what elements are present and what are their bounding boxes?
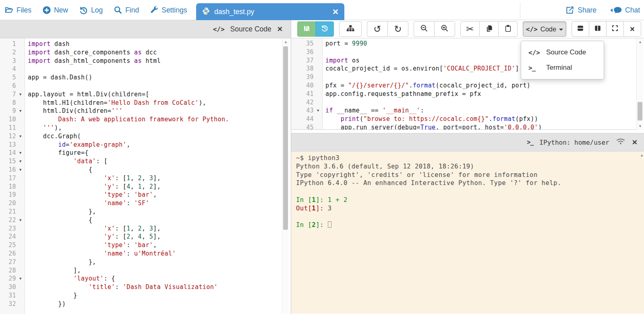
scroll-up-icon[interactable]: ▲ (638, 152, 644, 158)
terminal-scrollbar[interactable]: ▲ (638, 152, 644, 314)
code-line[interactable]: 23 'x': [1, 2, 3], (0, 225, 291, 233)
code-text (25, 65, 28, 73)
code-line[interactable]: 42 (291, 98, 644, 107)
code-line[interactable]: 8 html.H1(children='Hello Dash from CoCa… (0, 99, 291, 107)
code-line[interactable]: 6 (0, 82, 291, 90)
terminal-close-icon[interactable]: ✕ (632, 138, 638, 147)
redo-button[interactable]: ↻ (387, 21, 408, 37)
fullscreen-button[interactable] (606, 21, 624, 37)
code-line[interactable]: 19 'type': 'bar', (0, 191, 291, 199)
code-line[interactable]: 16▼ { (0, 166, 291, 174)
code-line[interactable]: 41app.config.requests_pathname_prefix = … (291, 90, 644, 98)
right-editor-scrollbar[interactable]: ▲ ▼ (636, 38, 643, 130)
find-button[interactable]: Find (114, 6, 139, 15)
fold-arrow-icon[interactable]: ▼ (16, 216, 25, 225)
scroll-down-icon[interactable]: ▼ (637, 123, 644, 129)
tab-close-icon[interactable]: ✕ (332, 7, 339, 17)
files-button[interactable]: Files (4, 6, 31, 15)
fold-arrow-icon (16, 57, 25, 65)
code-line[interactable]: 13 id='example-graph', (0, 141, 291, 149)
paste-button[interactable] (498, 21, 518, 37)
fold-arrow-icon[interactable]: ▼ (16, 274, 25, 283)
zoom-out-button[interactable] (414, 21, 435, 37)
line-gutter: 24 (0, 233, 25, 241)
fold-arrow-icon[interactable]: ▼ (314, 106, 323, 115)
copy-button[interactable] (479, 21, 499, 37)
undo-button[interactable]: ↺ (367, 21, 388, 37)
code-line[interactable]: 10 Dash: A web application framework for… (0, 115, 291, 124)
source-editor-left[interactable]: 1import dash2import dash_core_components… (0, 38, 291, 314)
code-line[interactable]: 22▼ { (0, 216, 291, 225)
fold-arrow-icon[interactable]: ▼ (16, 166, 25, 174)
code-line[interactable]: 43▼if __name__ == '__main__': (291, 106, 644, 115)
terminal-header: >_ IPython: home/user ✕ (291, 133, 644, 152)
scroll-up-icon[interactable]: ▲ (282, 39, 289, 45)
code-line[interactable]: 25 'type': 'bar', (0, 241, 291, 250)
code-line[interactable]: 29▼ 'layout': { (0, 274, 291, 283)
scrollbar-thumb[interactable] (638, 102, 642, 121)
code-line[interactable]: 27 }, (0, 258, 291, 266)
code-line[interactable]: 28 ], (0, 266, 291, 275)
fold-arrow-icon (16, 48, 25, 57)
settings-button[interactable]: Settings (150, 6, 187, 15)
code-line[interactable]: 3import dash_html_components as html (0, 57, 291, 65)
code-line[interactable]: 5app = dash.Dash() (0, 73, 291, 82)
line-number: 40 (291, 81, 314, 90)
save-button[interactable] (297, 21, 316, 37)
code-line[interactable]: 21 }, (0, 208, 291, 216)
timetravel-button[interactable] (315, 21, 334, 37)
code-line[interactable]: 9▼ html.Div(children=''' (0, 107, 291, 115)
code-line[interactable]: 4 (0, 65, 291, 73)
code-line[interactable]: 40pfx = "/{}/server/{}/".format(cocalc_p… (291, 81, 644, 90)
share-button[interactable]: Share (565, 6, 596, 15)
scrollbar-thumb[interactable] (283, 46, 288, 230)
code-line[interactable]: 44 print("browse to: https://cocalc.com{… (291, 115, 644, 123)
code-line[interactable]: 17 'x': [1, 2, 3], (0, 174, 291, 183)
code-line[interactable]: 2import dash_core_components as dcc (0, 48, 291, 57)
fold-arrow-icon[interactable]: ▼ (16, 157, 25, 166)
code-line[interactable]: 1import dash (0, 40, 291, 48)
code-line[interactable]: 32 }) (0, 300, 291, 308)
tab-dash-test-py[interactable]: dash_test.py ✕ (196, 3, 344, 20)
menu-item-terminal[interactable]: >_ Terminal (521, 60, 604, 75)
fold-arrow-icon[interactable]: ▼ (16, 90, 25, 99)
new-button[interactable]: New (42, 6, 68, 15)
log-button[interactable]: Log (79, 6, 103, 15)
line-number: 29 (0, 274, 16, 283)
code-line[interactable]: 30 'title': 'Dash Data Visualization' (0, 283, 291, 291)
fold-arrow-icon[interactable]: ▼ (16, 107, 25, 115)
terminal[interactable]: ▲ ~$ ipython3Python 3.6.6 (default, Sep … (291, 152, 644, 314)
zoom-in-button[interactable] (434, 21, 455, 37)
fold-arrow-icon (314, 40, 323, 48)
left-editor-scrollbar[interactable]: ▲ (282, 38, 289, 314)
scroll-up-icon[interactable]: ▲ (637, 39, 644, 45)
split-horizontal-button[interactable] (572, 21, 589, 37)
left-panel-close-icon[interactable]: ✕ (277, 25, 283, 33)
cut-button[interactable]: ✂ (460, 21, 480, 37)
code-line[interactable]: 14▼ figure={ (0, 149, 291, 157)
close-frame-button[interactable]: ✕ (623, 21, 641, 37)
menu-item-source-code[interactable]: </> Source Code (521, 45, 604, 60)
code-line[interactable]: 11 '''), (0, 124, 291, 132)
code-line[interactable]: 20 'name': 'SF' (0, 199, 291, 208)
code-line[interactable]: 45 app.run_server(debug=True, port=port,… (291, 123, 644, 130)
code-line[interactable]: 31 } (0, 291, 291, 300)
code-line[interactable]: 26 'name': u'Montréal' (0, 250, 291, 258)
code-line[interactable]: 24 'y': [2, 4, 5], (0, 233, 291, 241)
chat-button[interactable]: Chat (609, 6, 640, 15)
code-line[interactable]: 12▼ dcc.Graph( (0, 132, 291, 141)
frame-gap (291, 130, 644, 133)
fold-arrow-icon (16, 300, 25, 308)
line-number: 26 (0, 250, 16, 258)
code-line[interactable]: 15▼ 'data': [ (0, 157, 291, 166)
code-line[interactable]: 7▼app.layout = html.Div(children=[ (0, 90, 291, 99)
fold-arrow-icon[interactable]: ▼ (16, 132, 25, 141)
line-number: 25 (0, 241, 16, 250)
split-tree-button[interactable] (339, 21, 362, 37)
line-gutter: 35 (291, 40, 323, 48)
code-line[interactable]: 18 'y': [4, 1, 2], (0, 183, 291, 191)
fold-arrow-icon[interactable]: ▼ (16, 149, 25, 157)
code-dropdown-button[interactable]: </> Code (523, 21, 566, 37)
code-text: dcc.Graph( (25, 132, 81, 141)
split-vertical-button[interactable] (589, 21, 607, 37)
